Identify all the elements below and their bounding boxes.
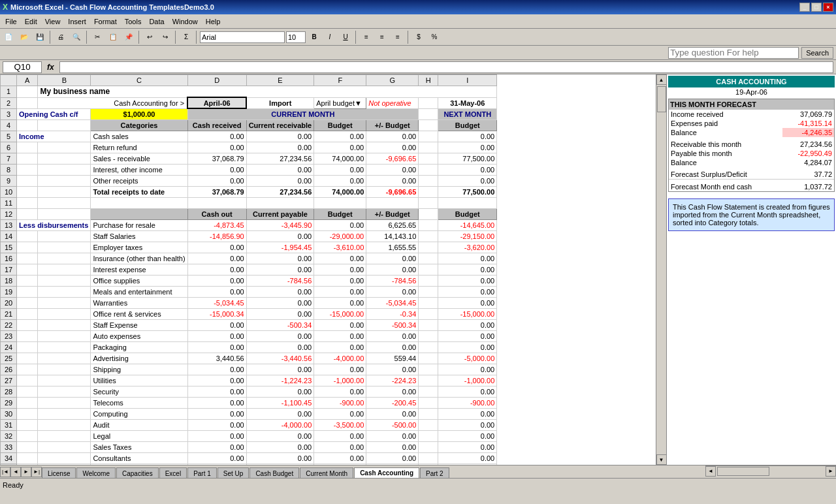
disb-cat-31[interactable]: Audit	[91, 419, 187, 430]
tab-cash-accounting[interactable]: Cash Accounting	[354, 467, 419, 479]
disb-cat-35[interactable]: Other expenses	[91, 464, 187, 465]
menu-item-format[interactable]: Format	[90, 16, 121, 27]
disb-cat-26[interactable]: Shipping	[91, 364, 187, 375]
cat-7[interactable]: Sales - receivable	[91, 153, 187, 164]
h-scroll-right[interactable]: ►	[826, 466, 836, 477]
cat-6[interactable]: Return refund	[91, 142, 187, 153]
disb-cat-33[interactable]: Sales Taxes	[91, 441, 187, 452]
sum-button[interactable]: Σ	[179, 31, 193, 44]
disb-cat-23[interactable]: Auto expenses	[91, 330, 187, 341]
disb-nb-18: 0.00	[438, 275, 497, 286]
tab-license[interactable]: License	[42, 467, 76, 479]
align-center-button[interactable]: ≡	[375, 31, 389, 44]
scroll-thumb[interactable]	[657, 86, 666, 112]
new-button[interactable]: 📄	[1, 31, 16, 44]
cat-8[interactable]: Interest, other income	[91, 164, 187, 175]
h-scroll-thumb[interactable]	[717, 467, 769, 476]
disb-co-20: -5,034.45	[187, 297, 246, 308]
menu-item-insert[interactable]: Insert	[64, 16, 90, 27]
disb-cat-15[interactable]: Employer taxes	[91, 242, 187, 253]
budget-dropdown-cell[interactable]: April budget▼	[314, 97, 366, 108]
disb-cat-14[interactable]: Staff Salaries	[91, 230, 187, 242]
cell-a2[interactable]	[17, 97, 38, 108]
horizontal-scrollbar[interactable]: ◄ ►	[705, 465, 836, 476]
disb-cat-20[interactable]: Warranties	[91, 297, 187, 308]
tab-part1[interactable]: Part 1	[187, 467, 217, 479]
minimize-button[interactable]: _	[799, 3, 810, 12]
cell-reference[interactable]: Q10	[3, 61, 42, 73]
tab-cash-budget[interactable]: Cash Budget	[249, 467, 299, 479]
period-cell[interactable]: April-06	[187, 97, 246, 108]
tab-prev-button[interactable]: ◄	[10, 467, 21, 477]
preview-button[interactable]: 🔍	[69, 31, 84, 44]
tab-welcome[interactable]: Welcome	[76, 467, 116, 479]
bold-button[interactable]: B	[307, 31, 321, 44]
menu-item-view[interactable]: View	[41, 16, 65, 27]
currency-button[interactable]: $	[411, 31, 426, 44]
redo-button[interactable]: ↪	[158, 31, 172, 44]
scroll-down-button[interactable]: ▼	[656, 454, 667, 465]
undo-button[interactable]: ↩	[142, 31, 157, 44]
main-spreadsheet[interactable]: A B C D E F G H I 1	[0, 74, 656, 465]
close-button[interactable]: ×	[823, 3, 833, 12]
tab-next-button[interactable]: ►	[21, 467, 31, 477]
align-left-button[interactable]: ≡	[359, 31, 374, 44]
search-button[interactable]: Search	[801, 47, 833, 59]
maximize-button[interactable]: □	[811, 3, 822, 12]
disb-cat-34[interactable]: Consultants	[91, 452, 187, 464]
menu-item-data[interactable]: Data	[145, 16, 168, 27]
cat-9[interactable]: Other receipts	[91, 175, 187, 186]
print-button[interactable]: 🖨	[54, 31, 68, 44]
disb-cat-16[interactable]: Insurance (other than health)	[91, 253, 187, 264]
disb-cat-30[interactable]: Computing	[91, 408, 187, 419]
disb-cat-19[interactable]: Meals and entertainment	[91, 286, 187, 297]
menu-item-tools[interactable]: Tools	[121, 16, 146, 27]
cut-button[interactable]: ✂	[90, 31, 104, 44]
menu-item-file[interactable]: File	[1, 16, 21, 27]
vertical-scrollbar[interactable]: ▲ ▼	[656, 74, 666, 465]
cell-a1[interactable]	[17, 86, 38, 98]
tab-capacities[interactable]: Capacities	[116, 467, 159, 479]
menu-item-help[interactable]: Help	[202, 16, 225, 27]
disb-cat-28[interactable]: Security	[91, 386, 187, 397]
h-scroll-left[interactable]: ◄	[705, 466, 716, 477]
percent-button[interactable]: %	[427, 31, 442, 44]
tab-last-button[interactable]: ►|	[31, 467, 42, 477]
tab-setup[interactable]: Set Up	[217, 467, 249, 479]
open-button[interactable]: 📂	[17, 31, 31, 44]
tab-first-button[interactable]: |◄	[0, 467, 10, 477]
align-right-button[interactable]: ≡	[391, 31, 405, 44]
paste-button[interactable]: 📌	[121, 31, 136, 44]
font-selector[interactable]: Arial	[200, 31, 285, 43]
disb-cat-17[interactable]: Interest expense	[91, 264, 187, 275]
save-button[interactable]: 💾	[33, 31, 47, 44]
disb-cat-25[interactable]: Advertising	[91, 353, 187, 364]
disb-nb-30: 0.00	[438, 408, 497, 419]
help-input[interactable]	[668, 47, 799, 59]
tab-excel[interactable]: Excel	[159, 467, 187, 479]
disb-cat-29[interactable]: Telecoms	[91, 397, 187, 408]
cat-10[interactable]: Total receipts to date	[91, 186, 187, 197]
tab-current-month[interactable]: Current Month	[300, 467, 353, 479]
underline-button[interactable]: U	[338, 31, 353, 44]
menu-item-window[interactable]: Window	[169, 16, 202, 27]
menu-item-edit[interactable]: Edit	[21, 16, 41, 27]
opening-cash-value[interactable]: $1,000.00	[91, 108, 187, 119]
disb-cat-32[interactable]: Legal	[91, 430, 187, 441]
business-name[interactable]: My business name	[38, 86, 497, 98]
italic-button[interactable]: I	[323, 31, 337, 44]
recv-6: 0.00	[246, 142, 314, 153]
disb-cat-13[interactable]: Purchase for resale	[91, 219, 187, 230]
formula-input[interactable]	[59, 61, 833, 73]
disb-cat-24[interactable]: Packaging	[91, 341, 187, 353]
copy-button[interactable]: 📋	[106, 31, 120, 44]
row-num-31: 31	[1, 419, 17, 430]
tab-part2[interactable]: Part 2	[420, 467, 449, 479]
disb-cat-21[interactable]: Office rent & services	[91, 308, 187, 319]
income-cat-5[interactable]: Cash sales	[91, 131, 187, 142]
disb-cat-22[interactable]: Staff Expense	[91, 319, 187, 330]
scroll-up-button[interactable]: ▲	[656, 74, 667, 85]
disb-cat-27[interactable]: Utilities	[91, 375, 187, 386]
font-size-selector[interactable]: 10	[286, 31, 306, 43]
disb-cat-18[interactable]: Office supplies	[91, 275, 187, 286]
